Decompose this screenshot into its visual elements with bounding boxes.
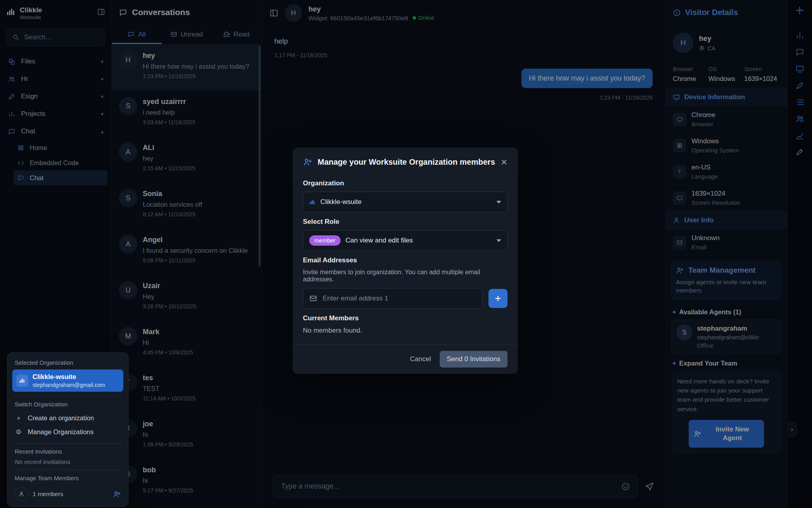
role-select[interactable]: member Can view and edit files <box>303 230 508 251</box>
role-badge: member <box>309 235 341 246</box>
chevron-down-icon <box>496 239 501 242</box>
org-logo-icon <box>16 375 28 387</box>
team-members-row[interactable]: 1 members <box>12 485 123 502</box>
modal-title: Manage your Worksuite Organization membe… <box>318 158 495 167</box>
organization-label: Organization <box>303 179 508 187</box>
org-logo-icon <box>309 199 316 205</box>
organization-popup: Selected Organization Clikkle-wsuite ste… <box>7 352 128 507</box>
email-field[interactable] <box>322 294 476 303</box>
add-email-button[interactable]: + <box>488 289 508 308</box>
switch-organization-heading: Switch Organization <box>15 401 121 408</box>
manage-team-members-heading: Manage Team Members <box>15 475 121 481</box>
email-addresses-label: Email Addresses <box>303 256 508 264</box>
person-add-icon <box>303 157 312 167</box>
divider <box>12 443 123 444</box>
email-helper-text: Invite members to join organization. You… <box>303 269 508 283</box>
current-members-label: Current Members <box>303 314 508 322</box>
member-avatar-icon <box>15 487 28 501</box>
chevron-down-icon <box>496 201 501 204</box>
app-root: Clikkle Worksuite Files ▾ Hr ▾ <box>0 0 812 508</box>
divider <box>12 396 123 396</box>
cancel-button[interactable]: Cancel <box>410 355 431 363</box>
members-count: 1 members <box>33 491 63 498</box>
no-members-text: No members found. <box>303 327 508 335</box>
send-invitations-button[interactable]: Send 0 Invitations <box>440 351 508 368</box>
organization-email: stephandgraham@gmail.com <box>33 382 105 388</box>
manage-organizations-item[interactable]: ⚙ Manage Organizations <box>12 425 123 439</box>
organization-select[interactable]: Clikkle-wsuite <box>303 192 508 212</box>
close-icon[interactable]: ✕ <box>500 158 508 166</box>
mail-icon <box>309 294 317 302</box>
manage-members-modal: Manage your Worksuite Organization membe… <box>293 148 518 374</box>
organization-name: Clikkle-wsuite <box>33 373 105 381</box>
no-recent-invitations-text: No recent invitations <box>15 458 121 466</box>
email-input[interactable] <box>303 288 483 309</box>
selected-organization-item[interactable]: Clikkle-wsuite stephandgraham@gmail.com <box>12 369 123 392</box>
select-role-label: Select Role <box>303 218 508 226</box>
role-select-value: Can view and edit files <box>345 237 413 244</box>
recent-invitations-heading: Recent Invitations <box>15 448 121 455</box>
gear-icon: ⚙ <box>15 428 23 436</box>
divider <box>12 470 123 470</box>
selected-organization-heading: Selected Organization <box>15 359 121 366</box>
create-organization-item[interactable]: + Create an organization <box>12 411 123 425</box>
person-add-icon[interactable] <box>113 490 121 498</box>
organization-select-value: Clikkle-wsuite <box>320 198 362 206</box>
plus-icon: + <box>15 414 23 422</box>
